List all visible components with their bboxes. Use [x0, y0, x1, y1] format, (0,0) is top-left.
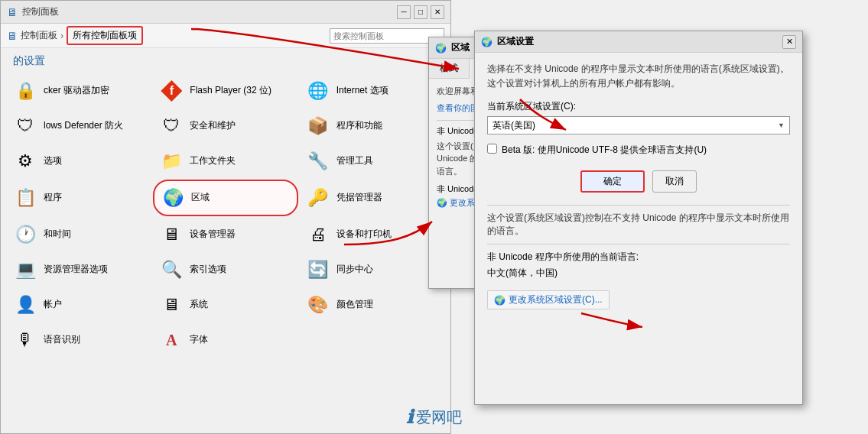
internet-icon: 🌐	[306, 79, 330, 103]
voice-icon: 🎙	[13, 328, 37, 352]
search-input[interactable]	[330, 28, 444, 44]
color-label: 颜色管理	[336, 299, 373, 311]
index-icon: 🔍	[159, 257, 184, 282]
cp-item-credential[interactable]: 🔑 凭据管理器	[300, 180, 444, 216]
cp-titlebar: 🖥 控制面板 ─ □ ✕	[1, 1, 450, 24]
option-icon: ⚙	[13, 149, 37, 173]
flash-icon: f	[159, 79, 184, 103]
resource-icon: 💻	[13, 257, 37, 282]
breadcrumb-icon: 🖥	[7, 30, 18, 42]
cp-item-devicemgr[interactable]: 🖥 设备管理器	[153, 218, 297, 251]
rs-ok-button[interactable]: 确定	[580, 170, 645, 193]
index-label: 索引选项	[190, 264, 226, 276]
rs-utf8-checkbox[interactable]	[487, 144, 497, 154]
defender-icon: 🛡	[13, 114, 37, 138]
admtools-label: 管理工具	[336, 155, 373, 167]
cp-item-bitlocker[interactable]: 🔒 cker 驱动器加密	[7, 74, 151, 108]
breadcrumb-current[interactable]: 所有控制面板项	[67, 26, 143, 45]
rs-non-unicode-section: 这个设置(系统区域设置)控制在不支持 Unicode 的程序中显示文本时所使用的…	[487, 212, 790, 238]
cp-item-sync[interactable]: 🔄 同步中心	[300, 253, 444, 287]
program2-icon: 📋	[13, 186, 37, 210]
cp-item-workfolder[interactable]: 📁 工作文件夹	[153, 144, 297, 178]
minimize-button[interactable]: ─	[397, 5, 411, 19]
devprint-icon: 🖨	[306, 222, 330, 247]
cp-item-programs[interactable]: 📦 程序和功能	[300, 109, 444, 143]
control-panel-window: 🖥 控制面板 ─ □ ✕ 🖥 控制面板 › 所有控制面板项 的设置 🔒 cker…	[0, 0, 451, 434]
region-settings-dialog: 🌍 区域设置 ✕ 选择在不支持 Unicode 的程序中显示文本时所使用的语言(…	[474, 31, 803, 405]
rs-divider2	[487, 244, 790, 245]
region-tab-format[interactable]: 格式	[429, 59, 470, 78]
cp-item-time[interactable]: 🕐 和时间	[7, 218, 151, 251]
rs-divider	[487, 205, 790, 206]
bitlocker-icon: 🔒	[13, 79, 37, 103]
cp-item-region[interactable]: 🌍 区域	[153, 180, 297, 216]
rs-cancel-button[interactable]: 取消	[652, 170, 697, 193]
rs-body: 选择在不支持 Unicode 的程序中显示文本时所使用的语言(系统区域设置)。这…	[475, 53, 802, 319]
cp-item-font[interactable]: A 字体	[153, 323, 297, 357]
system-label: 系统	[190, 299, 208, 311]
rs-close-button[interactable]: ✕	[782, 35, 796, 49]
rs-description: 选择在不支持 Unicode 的程序中显示文本时所使用的语言(系统区域设置)。这…	[487, 62, 790, 91]
devicemgr-icon: 🖥	[159, 222, 184, 247]
programs-icon: 📦	[306, 114, 330, 138]
internet-label: Internet 选项	[336, 85, 388, 97]
cp-item-internet[interactable]: 🌐 Internet 选项	[300, 74, 444, 108]
time-label: 和时间	[44, 228, 71, 241]
admtools-icon: 🔧	[306, 149, 330, 173]
region-dialog-title: 区域	[451, 41, 470, 54]
security-label: 安全和维护	[190, 120, 236, 132]
workfolder-label: 工作文件夹	[190, 155, 236, 167]
font-label: 字体	[190, 334, 208, 346]
rs-dialog-icon: 🌍	[481, 37, 493, 47]
maximize-button[interactable]: □	[414, 5, 427, 19]
cp-item-flash[interactable]: f Flash Player (32 位)	[153, 74, 297, 108]
rs-current-lang-label: 非 Unicode 程序中所使用的当前语言:	[487, 251, 790, 264]
font-icon: A	[159, 328, 184, 352]
close-button[interactable]: ✕	[431, 5, 444, 19]
cp-window-title: 控制面板	[22, 5, 59, 18]
watermark: ℹ 爱网吧	[406, 406, 462, 428]
system-icon: 🖥	[159, 293, 184, 317]
cp-header: 的设置	[1, 48, 450, 71]
cp-item-option[interactable]: ⚙ 选项	[7, 144, 151, 178]
rs-change-locale-icon: 🌍	[494, 295, 506, 306]
rs-titlebar: 🌍 区域设置 ✕	[475, 31, 802, 53]
credential-icon: 🔑	[306, 186, 330, 210]
rs-change-locale-btn[interactable]: 🌍 更改系统区域设置(C)...	[487, 290, 610, 309]
flash-label: Flash Player (32 位)	[190, 85, 271, 97]
rs-current-label: 当前系统区域设置(C):	[487, 100, 790, 113]
resource-label: 资源管理器选项	[44, 264, 108, 276]
rs-current-lang-value: 中文(简体，中国)	[487, 267, 790, 280]
option-label: 选项	[44, 155, 62, 167]
rs-locale-value: 英语(美国)	[493, 119, 535, 132]
security-icon: 🛡	[159, 114, 184, 138]
watermark-text: 爱网吧	[416, 407, 462, 428]
cp-item-program2[interactable]: 📋 程序	[7, 180, 151, 216]
cp-items-grid: 🔒 cker 驱动器加密 f Flash Player (32 位) 🌐 Int…	[1, 71, 450, 360]
cp-item-voice[interactable]: 🎙 语音识别	[7, 323, 151, 357]
cp-item-admtools[interactable]: 🔧 管理工具	[300, 144, 444, 178]
cp-item-devprint[interactable]: 🖨 设备和打印机	[300, 218, 444, 251]
cp-item-account[interactable]: 👤 帐户	[7, 288, 151, 322]
region-dialog-icon: 🌍	[435, 43, 447, 53]
devicemgr-label: 设备管理器	[190, 228, 236, 241]
rs-locale-select[interactable]: 英语(美国) ▼	[487, 116, 790, 134]
region-icon: 🌍	[161, 186, 185, 210]
rs-dialog-title: 区域设置	[497, 35, 534, 48]
watermark-icon: ℹ	[406, 406, 413, 428]
voice-label: 语音识别	[44, 334, 80, 346]
cp-item-defender[interactable]: 🛡 lows Defender 防火	[7, 109, 151, 143]
cp-item-resource[interactable]: 💻 资源管理器选项	[7, 253, 151, 287]
cp-item-system[interactable]: 🖥 系统	[153, 288, 297, 322]
programs-label: 程序和功能	[336, 120, 382, 132]
cp-item-color[interactable]: 🎨 颜色管理	[300, 288, 444, 322]
credential-label: 凭据管理器	[336, 192, 382, 204]
rs-change-locale-label: 更改系统区域设置(C)...	[509, 293, 603, 306]
defender-label: lows Defender 防火	[44, 120, 123, 132]
bitlocker-label: cker 驱动器加密	[44, 85, 109, 97]
program2-label: 程序	[44, 192, 62, 204]
breadcrumb-root[interactable]: 控制面板	[21, 29, 57, 42]
cp-item-security[interactable]: 🛡 安全和维护	[153, 109, 297, 143]
devprint-label: 设备和打印机	[336, 228, 392, 241]
cp-item-index[interactable]: 🔍 索引选项	[153, 253, 297, 287]
